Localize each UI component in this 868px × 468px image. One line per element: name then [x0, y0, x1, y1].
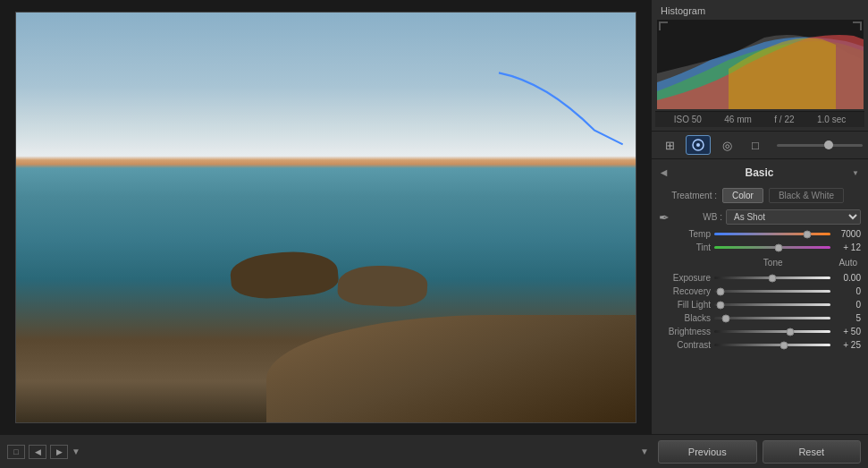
view-icon[interactable]: □ — [7, 445, 25, 459]
fill-light-slider-thumb — [716, 301, 724, 309]
aperture-value: f / 22 — [774, 115, 794, 124]
recovery-value: 0 — [834, 286, 861, 296]
cliff-front — [266, 315, 636, 422]
exposure-value: 0.00 — [834, 273, 861, 283]
crop-tool-icon[interactable] — [686, 135, 711, 155]
grid-tool-icon[interactable]: ⊞ — [657, 135, 682, 155]
temp-slider-thumb — [804, 230, 812, 238]
treatment-row: Treatment : Color Black & White — [659, 184, 861, 207]
temp-slider-track[interactable] — [714, 233, 830, 235]
blacks-value: 5 — [834, 313, 861, 323]
fill-light-label: Fill Light — [659, 300, 711, 310]
brightness-slider-row: Brightness + 50 — [659, 325, 861, 338]
tint-value: + 12 — [834, 243, 861, 252]
fill-light-slider-row: Fill Light 0 — [659, 298, 861, 311]
iso-value: ISO 50 — [674, 115, 702, 124]
scroll-down-icon[interactable]: ▼ — [640, 447, 649, 456]
hist-corner-tl — [659, 21, 668, 30]
blacks-slider-row: Blacks 5 — [659, 311, 861, 325]
focal-value: 46 mm — [724, 115, 752, 124]
tools-mini-thumb — [824, 140, 833, 149]
rock-left — [229, 247, 340, 301]
exposure-slider-row: Exposure 0.00 — [659, 271, 861, 285]
rock-right — [336, 263, 427, 308]
bw-treatment-btn[interactable]: Black & White — [769, 188, 844, 203]
fill-light-value: 0 — [834, 300, 861, 310]
basic-panel: ◀ Basic ▼ Treatment : Color Black & Whit… — [652, 159, 868, 357]
blacks-slider-track[interactable] — [714, 317, 830, 319]
contrast-label: Contrast — [659, 340, 711, 350]
tools-slider-area — [771, 144, 863, 147]
brightness-label: Brightness — [659, 327, 711, 336]
color-treatment-btn[interactable]: Color — [722, 188, 763, 203]
crop-icon-svg — [691, 138, 705, 152]
exposure-slider-track[interactable] — [714, 277, 830, 279]
basic-panel-header: ◀ Basic ▼ — [652, 163, 868, 183]
tint-slider-thumb — [774, 243, 782, 251]
svg-point-1 — [696, 143, 700, 147]
photo-ocean — [16, 13, 636, 422]
recovery-slider-thumb — [716, 287, 724, 295]
wb-row: ✒ WB : As Shot Auto Daylight Cloudy Cust… — [659, 207, 861, 227]
scroll-indicator: ▼ — [638, 447, 651, 456]
basic-panel-title: Basic — [746, 166, 774, 179]
basic-panel-content: Treatment : Color Black & White ✒ WB : A… — [652, 183, 868, 353]
contrast-value: + 25 — [834, 340, 861, 350]
wb-select[interactable]: As Shot Auto Daylight Cloudy Custom — [726, 209, 861, 225]
fill-light-slider-track[interactable] — [714, 303, 830, 306]
reset-btn[interactable]: Reset — [763, 440, 862, 464]
right-panel: Histogram I — [651, 0, 868, 434]
recovery-slider-row: Recovery 0 — [659, 285, 861, 298]
rect-tool-icon[interactable]: □ — [743, 135, 768, 155]
histogram-canvas — [657, 20, 864, 109]
temp-label: Temp — [659, 229, 711, 239]
brightness-slider-thumb — [786, 328, 794, 336]
recovery-label: Recovery — [659, 286, 711, 296]
basic-panel-collapse-icon[interactable]: ▼ — [852, 169, 859, 177]
tint-slider-row: Tint + 12 — [659, 241, 861, 254]
histogram-title: Histogram — [661, 5, 705, 16]
brightness-slider-track[interactable] — [714, 330, 830, 333]
contrast-slider-row: Contrast + 25 — [659, 338, 861, 352]
contrast-slider-track[interactable] — [714, 344, 830, 346]
previous-btn[interactable]: Previous — [658, 440, 757, 464]
bottom-left: □ ◀ ▶ ▼ — [0, 445, 326, 459]
photo-panel — [0, 0, 651, 434]
contrast-slider-thumb — [780, 341, 788, 349]
blacks-label: Blacks — [659, 313, 711, 323]
hist-corner-tr — [853, 21, 862, 30]
exposure-slider-thumb — [769, 274, 777, 282]
temp-value: 7000 — [834, 229, 861, 239]
nav-icon-left[interactable]: ◀ — [29, 445, 46, 459]
bottom-right: Previous Reset — [651, 440, 868, 464]
auto-btn[interactable]: Auto — [835, 257, 861, 268]
photo-container — [15, 12, 636, 423]
wb-label: WB : — [673, 212, 722, 222]
tools-mini-slider[interactable] — [777, 144, 863, 147]
histogram-svg — [657, 20, 864, 109]
tools-row: ⊞ ◎ □ — [652, 131, 868, 159]
bottom-toolbar: □ ◀ ▶ ▼ ▼ Previous Reset — [0, 434, 868, 468]
brightness-value: + 50 — [834, 327, 861, 336]
histogram-header: Histogram — [655, 4, 864, 18]
wb-eyedropper-icon[interactable]: ✒ — [659, 210, 670, 225]
tint-label: Tint — [659, 243, 711, 252]
panel-expand-icon: ◀ — [661, 168, 667, 177]
target-tool-icon[interactable]: ◎ — [714, 135, 739, 155]
recovery-slider-track[interactable] — [714, 290, 830, 293]
treatment-label: Treatment : — [659, 191, 717, 200]
tint-slider-track[interactable] — [714, 246, 830, 249]
temp-slider-row: Temp 7000 — [659, 227, 861, 241]
exposure-label: Exposure — [659, 273, 711, 283]
shutter-value: 1.0 sec — [817, 115, 846, 124]
camera-info-bar: ISO 50 46 mm f / 22 1.0 sec — [655, 111, 864, 127]
histogram-section: Histogram I — [652, 0, 868, 131]
nav-icon-right[interactable]: ▶ — [50, 445, 68, 459]
bottom-menu[interactable]: ▼ — [72, 447, 80, 456]
blacks-slider-thumb — [722, 314, 730, 322]
tone-label: Tone — [711, 258, 835, 268]
tone-header-row: Tone Auto — [659, 254, 861, 271]
annotation-line — [499, 71, 636, 151]
